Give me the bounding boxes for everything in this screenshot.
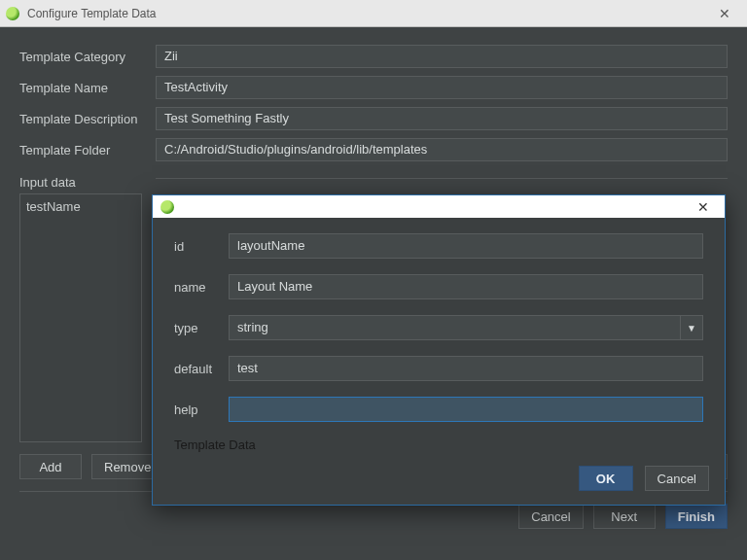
- add-button[interactable]: Add: [19, 454, 82, 479]
- android-studio-logo-icon: [160, 200, 174, 214]
- dropdown-icon[interactable]: ▼: [680, 315, 703, 340]
- select-type[interactable]: [229, 315, 680, 340]
- label-type: type: [174, 321, 229, 335]
- modal-footer: OK Cancel: [153, 458, 725, 505]
- label-template-folder: Template Folder: [19, 143, 156, 158]
- input-data-list[interactable]: testName: [19, 193, 142, 442]
- input-template-description[interactable]: [156, 107, 728, 130]
- modal-cancel-button[interactable]: Cancel: [645, 466, 709, 491]
- window-close-button[interactable]: ✕: [708, 3, 741, 24]
- next-button[interactable]: Next: [593, 504, 656, 529]
- row-name: name: [174, 274, 703, 299]
- row-type: type ▼: [174, 315, 703, 340]
- modal-titlebar: ✕: [153, 195, 725, 218]
- modal-close-button[interactable]: ✕: [690, 197, 717, 217]
- row-template-folder: Template Folder: [19, 138, 728, 161]
- input-help[interactable]: [229, 397, 703, 422]
- modal-body: id name type ▼ default: [153, 218, 725, 458]
- modal-caption: Template Data: [174, 438, 703, 452]
- label-template-name: Template Name: [19, 81, 156, 95]
- wizard-footer: Cancel Next Finish: [19, 504, 728, 529]
- input-id[interactable]: [229, 233, 703, 259]
- label-input-data: Input data: [19, 175, 156, 190]
- row-template-category: Template Category: [19, 45, 728, 68]
- input-template-folder[interactable]: [156, 138, 728, 161]
- modal-ok-button[interactable]: OK: [579, 466, 633, 491]
- label-name: name: [174, 280, 229, 295]
- window-title: Configure Template Data: [27, 7, 708, 20]
- label-template-description: Template Description: [19, 112, 156, 126]
- android-studio-logo-icon: [6, 7, 19, 20]
- cancel-button[interactable]: Cancel: [518, 504, 583, 529]
- label-id: id: [174, 239, 229, 254]
- row-id: id: [174, 233, 703, 259]
- row-default: default: [174, 356, 703, 381]
- label-default: default: [174, 362, 229, 376]
- template-data-modal: ✕ id name type ▼: [152, 194, 726, 506]
- row-template-description: Template Description: [19, 107, 728, 130]
- input-template-name[interactable]: [156, 76, 728, 99]
- label-help: help: [174, 402, 229, 417]
- list-item[interactable]: testName: [26, 198, 135, 215]
- titlebar: Configure Template Data ✕: [0, 0, 747, 27]
- row-template-name: Template Name: [19, 76, 728, 99]
- row-help: help: [174, 397, 703, 422]
- input-template-category[interactable]: [156, 45, 728, 68]
- window-body: Template Category Template Name Template…: [0, 27, 747, 560]
- finish-button[interactable]: Finish: [665, 504, 728, 529]
- label-template-category: Template Category: [19, 50, 156, 64]
- input-name[interactable]: [229, 274, 703, 299]
- input-default[interactable]: [229, 356, 703, 381]
- configure-template-window: Configure Template Data ✕ Template Categ…: [0, 0, 747, 560]
